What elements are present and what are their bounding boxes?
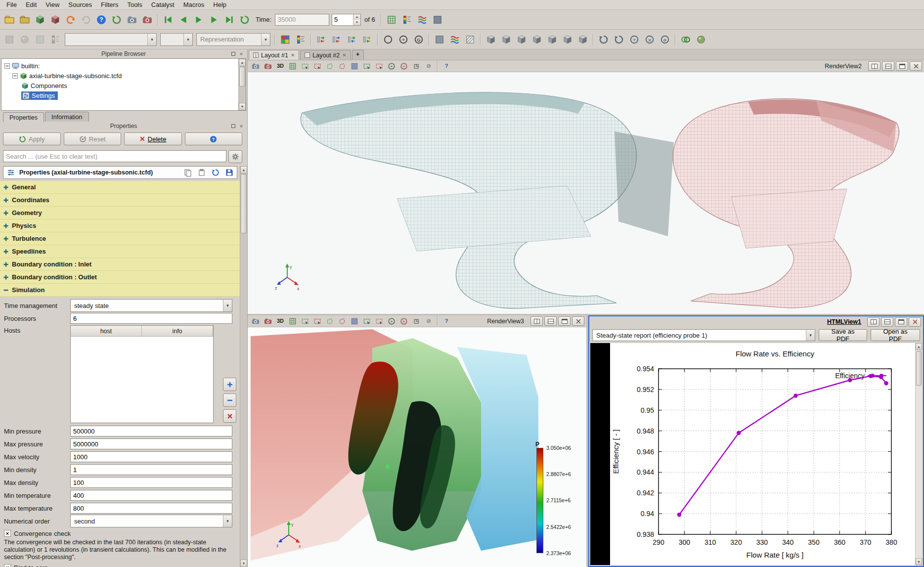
rescale-custom-range-icon[interactable] [329, 33, 344, 46]
close-dock-button[interactable]: × [238, 51, 244, 57]
scroll-down-icon[interactable]: ▼ [240, 560, 247, 567]
data-axes-grid-icon[interactable] [384, 13, 399, 27]
spinner-down-button[interactable]: ▼ [353, 20, 360, 25]
clear-selection-icon[interactable]: ⊘ [423, 316, 435, 327]
representation-combo[interactable]: Representation▾ [196, 33, 270, 46]
toggle-3d-interaction-icon[interactable]: 3D [274, 61, 286, 72]
render-view-help-icon[interactable]: ? [440, 316, 452, 327]
add-layout-tab[interactable]: + [352, 50, 364, 60]
min-temperature-input[interactable] [70, 490, 232, 501]
section-boundary-condition-inlet[interactable]: Boundary condition : Inlet [0, 258, 240, 271]
interactive-select-cells-icon[interactable] [361, 61, 373, 72]
section-coordinates[interactable]: Coordinates [0, 194, 240, 207]
show-color-legend-icon[interactable] [278, 33, 293, 46]
save-defaults-button[interactable] [224, 167, 235, 178]
close-dock-button[interactable]: × [238, 123, 244, 129]
show-center-icon[interactable]: + [627, 33, 642, 46]
menu-macros[interactable]: Macros [179, 0, 209, 9]
select-surface-points-icon[interactable] [311, 316, 323, 327]
frame-spinner-input[interactable] [332, 14, 353, 25]
open-file-icon[interactable] [2, 13, 17, 27]
split-vertical-button[interactable] [881, 317, 893, 327]
report-select[interactable]: Steady-state report (efficiency probe 1)… [592, 329, 815, 341]
tab-properties[interactable]: Properties [3, 112, 44, 122]
numerical-order-select[interactable]: second▾ [70, 515, 232, 527]
delete-button[interactable]: ✕ Delete [124, 132, 182, 145]
help-button[interactable]: ? [185, 132, 243, 145]
section-general[interactable]: General [0, 181, 240, 194]
zoom-closest-icon[interactable]: G [411, 33, 426, 46]
save-data-icon[interactable] [17, 13, 32, 27]
help-icon[interactable]: ? [94, 13, 109, 27]
section-turbulence[interactable]: Turbulence [0, 232, 240, 245]
html-scrollbar[interactable]: ▲ ▼ [915, 343, 922, 565]
screenshot-icon[interactable] [125, 13, 139, 27]
zoom-to-data-icon[interactable]: + [396, 33, 411, 46]
undo-icon[interactable] [63, 13, 78, 27]
bind-to-core-checkbox[interactable]: × [4, 564, 11, 567]
menu-filters[interactable]: Filters [96, 0, 123, 9]
pick-center-icon[interactable]: x [642, 33, 657, 46]
section-geometry[interactable]: Geometry [0, 207, 240, 219]
save-as-pdf-button[interactable]: Save as PDF [819, 329, 867, 341]
rotate-clockwise-icon[interactable] [596, 33, 611, 46]
auto-apply-icon[interactable] [109, 13, 124, 27]
toggle-3d-interaction-icon[interactable]: 3D [274, 316, 286, 327]
select-surface-cells-icon[interactable] [299, 61, 311, 72]
max-pressure-input[interactable] [70, 438, 232, 449]
color-map-icon[interactable] [415, 13, 430, 27]
hover-cells-icon[interactable]: + [386, 61, 397, 72]
split-vertical-button[interactable] [882, 61, 894, 71]
section-physics[interactable]: Physics [0, 219, 240, 232]
save-state-icon[interactable] [48, 13, 63, 27]
first-frame-button[interactable] [161, 13, 176, 27]
previous-frame-button[interactable] [176, 13, 191, 27]
open-as-pdf-button[interactable]: Open as PDF [871, 329, 920, 341]
time-management-select[interactable]: steady state▾ [70, 299, 232, 312]
section-simulation[interactable]: Simulation [0, 284, 240, 297]
convergence-checkbox[interactable]: × [4, 530, 11, 537]
split-horizontal-button[interactable] [868, 61, 880, 71]
select-block-icon[interactable] [349, 316, 360, 327]
memory-inspector-icon[interactable] [430, 13, 445, 27]
camera-minus-z-icon[interactable] [560, 33, 575, 46]
scroll-up-icon[interactable]: ▲ [916, 343, 922, 350]
close-view-button[interactable] [572, 316, 584, 326]
pipeline-item-source[interactable]: axial-turbine-stage-subsonic.tcfd [1, 71, 246, 81]
max-velocity-input[interactable] [70, 451, 232, 462]
select-frustum-points-icon[interactable] [336, 61, 348, 72]
menu-sources[interactable]: Sources [64, 0, 96, 9]
last-frame-button[interactable] [222, 13, 237, 27]
add-host-button[interactable] [223, 378, 236, 391]
interaction-mode-icon[interactable] [694, 33, 708, 46]
max-density-input[interactable] [70, 477, 232, 488]
menu-view[interactable]: View [41, 0, 64, 9]
select-block-icon[interactable] [349, 61, 360, 72]
menu-edit[interactable]: Edit [21, 0, 41, 9]
scroll-up-icon[interactable]: ▲ [240, 166, 247, 174]
zoom-to-box-icon[interactable]: ◳ [410, 316, 422, 327]
close-view-button[interactable] [909, 317, 921, 327]
hover-points-icon[interactable]: + [398, 316, 410, 327]
tab-layout-1[interactable]: Layout #1 ✕ [249, 50, 299, 60]
edit-color-map-icon[interactable] [293, 33, 308, 46]
camera-plus-z-icon[interactable] [545, 33, 560, 46]
menu-help[interactable]: Help [209, 0, 231, 9]
camera-plus-x-icon[interactable] [484, 33, 498, 46]
section-boundary-condition-outlet[interactable]: Boundary condition : Outlet [0, 271, 240, 284]
surface-representation-icon[interactable] [432, 33, 447, 46]
split-horizontal-button[interactable] [867, 317, 880, 327]
axes-grid-icon[interactable] [287, 61, 299, 72]
hosts-table[interactable]: host info [70, 325, 214, 423]
tab-layout-2[interactable]: Layout #2 ✕ [300, 50, 351, 60]
scroll-down-icon[interactable]: ▼ [916, 558, 922, 565]
split-horizontal-button[interactable] [530, 316, 543, 326]
interactive-select-cells-icon[interactable] [361, 316, 373, 327]
clear-selection-icon[interactable]: ⊘ [423, 61, 435, 72]
remove-host-button[interactable] [223, 393, 236, 407]
pipeline-item-builtin[interactable]: builtin: [1, 61, 246, 71]
pipeline-item-settings[interactable]: Settings [1, 90, 246, 100]
close-tab-icon[interactable]: ✕ [342, 52, 346, 58]
copy-properties-button[interactable] [182, 167, 193, 178]
section-speedlines[interactable]: Speedlines [0, 245, 240, 258]
